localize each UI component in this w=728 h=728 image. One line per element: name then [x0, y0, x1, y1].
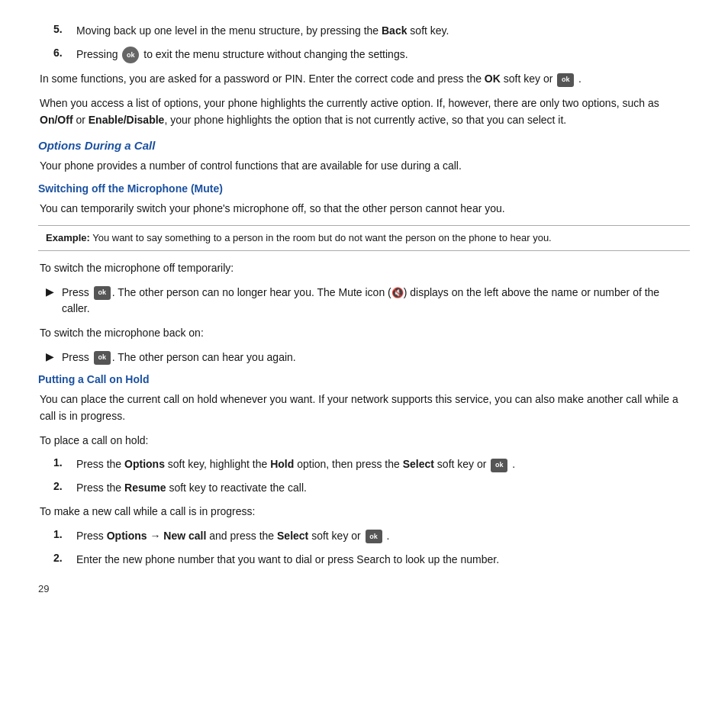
bold-onoff: On/Off: [40, 114, 73, 126]
bold-select-1: Select: [403, 458, 434, 470]
item-number-6: 6.: [53, 47, 76, 63]
hold-item-num-2: 2.: [53, 480, 76, 496]
new-call-item-1: 1. Press Options → New call and press th…: [38, 528, 690, 544]
list-item-6: 6. Pressing ok to exit the menu structur…: [38, 47, 690, 63]
hold-item-1: 1. Press the Options soft key, highlight…: [38, 456, 690, 472]
example-box: Example: You want to say something to a …: [38, 225, 690, 251]
bullet-item-2: ▶ Press ok. The other person can hear yo…: [38, 350, 690, 366]
para-options: When you access a list of options, your …: [38, 95, 690, 128]
item-text-6: Pressing ok to exit the menu structure w…: [76, 47, 690, 63]
bold-hold: Hold: [270, 458, 294, 470]
switch-on-label: To switch the microphone back on:: [38, 325, 690, 342]
ok-button-mute-off: ok: [94, 286, 111, 300]
hold-item-num-1: 1.: [53, 456, 76, 472]
hold-item-2: 2. Press the Resume soft key to reactiva…: [38, 480, 690, 496]
new-call-label: To make a new call while a call is in pr…: [38, 504, 690, 520]
bullet-arrow-2: ▶: [46, 350, 54, 362]
mute-icon: 🔇: [391, 287, 404, 298]
section-intro: Your phone provides a number of control …: [38, 158, 690, 175]
ok-button-mute-on: ok: [94, 351, 111, 365]
bold-back: Back: [382, 24, 407, 37]
bullet-item-1: ▶ Press ok. The other person can no long…: [38, 285, 690, 317]
bullet-text-2: Press ok. The other person can hear you …: [62, 350, 690, 366]
bullet-text-1: Press ok. The other person can no longer…: [62, 285, 690, 317]
bold-options-newcall: Options → New call: [107, 530, 207, 542]
bold-ok-text: OK: [485, 72, 501, 85]
subsection-hold-title: Putting a Call on Hold: [38, 373, 690, 385]
page-number: 29: [38, 583, 690, 594]
new-call-num-1: 1.: [53, 528, 76, 544]
new-call-text-1: Press Options → New call and press the S…: [76, 528, 690, 544]
bold-options-1: Options: [124, 458, 165, 470]
new-call-item-2: 2. Enter the new phone number that you w…: [38, 552, 690, 568]
ok-button-hold: ok: [491, 459, 507, 472]
ok-button-circle-1: ok: [122, 47, 139, 63]
list-item-5: 5. Moving back up one level in the menu …: [38, 23, 690, 39]
subsection-mute-title: Switching off the Microphone (Mute): [38, 182, 690, 195]
new-call-text-2: Enter the new phone number that you want…: [76, 552, 690, 568]
place-hold-label: To place a call on hold:: [38, 433, 690, 449]
item-text-5: Moving back up one level in the menu str…: [76, 23, 690, 39]
ok-button-inline-1: ok: [557, 73, 574, 87]
bullet-arrow-1: ▶: [46, 285, 54, 298]
bold-select-2: Select: [277, 530, 308, 542]
hold-item-text-2: Press the Resume soft key to reactivate …: [76, 480, 690, 496]
new-call-num-2: 2.: [53, 552, 76, 568]
section-title-options: Options During a Call: [38, 139, 690, 152]
sub2-intro: You can place the current call on hold w…: [38, 391, 690, 424]
para-password: In some functions, you are asked for a p…: [38, 71, 690, 88]
example-label: Example:: [46, 232, 90, 243]
ok-button-newcall: ok: [366, 530, 382, 543]
item-number-5: 5.: [53, 23, 76, 39]
bold-enabledisable: Enable/Disable: [89, 114, 165, 126]
bold-resume: Resume: [124, 482, 166, 494]
switch-off-label: To switch the microphone off temporarily…: [38, 260, 690, 277]
hold-item-text-1: Press the Options soft key, highlight th…: [76, 456, 690, 472]
example-text: You want to say something to a person in…: [90, 232, 552, 243]
sub1-intro: You can temporarily switch your phone's …: [38, 201, 690, 217]
